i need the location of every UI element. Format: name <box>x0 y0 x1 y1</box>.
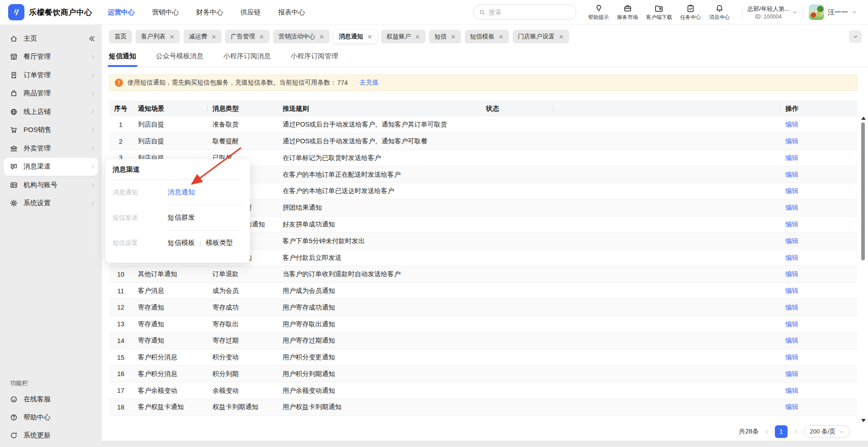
scroll-up-arrow-icon[interactable] <box>861 117 866 120</box>
edit-link[interactable]: 编辑 <box>785 353 798 361</box>
page-number[interactable]: 1 <box>775 425 788 438</box>
table-row: 2到店自提取餐提醒通过POS或后台手动发送给客户。通知客户可取餐编辑 <box>109 133 857 150</box>
edit-link[interactable]: 编辑 <box>785 137 798 145</box>
close-icon[interactable]: ✕ <box>559 34 564 40</box>
edit-link[interactable]: 编辑 <box>785 237 798 245</box>
scroll-down-arrow-icon[interactable] <box>861 419 866 422</box>
global-search[interactable] <box>473 5 576 20</box>
nav-item[interactable]: 运营中心 <box>108 8 135 17</box>
close-icon[interactable]: ✕ <box>451 34 456 40</box>
nav-item[interactable]: 供应链 <box>241 8 261 17</box>
edit-link[interactable]: 编辑 <box>785 121 798 128</box>
help-icon <box>10 414 18 421</box>
close-icon[interactable]: ✕ <box>319 34 324 40</box>
org-switcher[interactable]: 总部/年轻人第... ID: 100004 <box>748 5 797 20</box>
sidebar-item[interactable]: 订单管理 <box>0 66 102 85</box>
edit-link[interactable]: 编辑 <box>785 403 798 410</box>
edit-link[interactable]: 编辑 <box>785 254 798 261</box>
subtab[interactable]: 短信通知 <box>109 46 136 67</box>
open-tab-chip[interactable]: 消息通知✕ <box>333 30 377 43</box>
scrollbar-thumb[interactable] <box>861 122 865 260</box>
quick-action-bulb[interactable]: 帮助提示 <box>588 4 609 21</box>
sidebar-item[interactable]: 系统设置 <box>0 194 102 213</box>
quick-action-bell[interactable]: 消息中心 <box>709 4 730 21</box>
next-page-button[interactable] <box>793 429 798 434</box>
sidebar-item[interactable]: 线上店铺 <box>0 103 102 121</box>
open-tab-chip[interactable]: 营销活动中心✕ <box>273 30 330 43</box>
popup-links: 短信群发 <box>168 213 195 222</box>
type-cell: 订单退款 <box>207 270 277 278</box>
popup-menu-link[interactable]: 模板类型 <box>206 239 233 247</box>
nav-item[interactable]: 财务中心 <box>196 8 223 17</box>
edit-link[interactable]: 编辑 <box>785 287 798 294</box>
nav-item[interactable]: 报表中心 <box>278 8 305 17</box>
subtab[interactable]: 小程序订阅管理 <box>291 46 338 67</box>
edit-link[interactable]: 编辑 <box>785 204 798 211</box>
action-cell: 编辑 <box>780 154 857 162</box>
open-tab-chip[interactable]: 门店账户设置✕ <box>513 30 569 43</box>
sidebar-footer-item[interactable]: 在线客服 <box>0 390 102 408</box>
edit-link[interactable]: 编辑 <box>785 187 798 194</box>
close-icon[interactable]: ✕ <box>211 34 216 40</box>
sidebar-item[interactable]: 餐厅管理 <box>0 48 102 66</box>
row-number: 10 <box>109 271 132 278</box>
rule-cell: 用户权益卡到期通知 <box>277 403 481 411</box>
edit-link[interactable]: 编辑 <box>785 320 798 328</box>
open-tab-chip[interactable]: 广告管理✕ <box>225 30 269 43</box>
edit-link[interactable]: 编辑 <box>785 221 798 228</box>
nav-item[interactable]: 营销中心 <box>152 8 179 17</box>
open-tab-chip[interactable]: 短信✕ <box>429 30 461 43</box>
sidebar-item[interactable]: 主页 <box>0 29 102 48</box>
sidebar-item[interactable]: 机构与账号 <box>0 176 102 194</box>
edit-link[interactable]: 编辑 <box>785 171 798 178</box>
sidebar-item[interactable]: POS销售 <box>0 121 102 140</box>
close-icon[interactable]: ✕ <box>499 34 504 40</box>
sidebar-item[interactable]: 商品管理 <box>0 85 102 103</box>
close-icon[interactable]: ✕ <box>259 34 264 40</box>
popup-links: 短信模板|模板类型 <box>168 239 233 247</box>
open-tab-chip[interactable]: 客户列表✕ <box>136 30 180 43</box>
open-tab-chip[interactable]: 权益账户✕ <box>381 30 425 43</box>
type-cell: 取餐提醒 <box>207 137 277 146</box>
quick-action-client-download[interactable]: 客户端下载 <box>646 4 672 21</box>
row-number: 17 <box>109 387 132 394</box>
edit-link[interactable]: 编辑 <box>785 387 798 394</box>
search-input[interactable] <box>489 9 571 16</box>
quick-action-task-center[interactable]: 任务中心 <box>680 4 701 21</box>
subtab[interactable]: 小程序订阅消息 <box>223 46 271 67</box>
sidebar-item[interactable]: 消息渠道 <box>4 158 98 176</box>
edit-link[interactable]: 编辑 <box>785 270 798 278</box>
type-cell: 准备取货 <box>207 120 277 129</box>
edit-link[interactable]: 编辑 <box>785 304 798 311</box>
sidebar-item[interactable]: 外卖管理 <box>0 139 102 158</box>
edit-link[interactable]: 编辑 <box>785 337 798 344</box>
quick-action-market[interactable]: 服务市场 <box>617 4 638 21</box>
close-icon[interactable]: ✕ <box>170 34 175 40</box>
popup-menu-link[interactable]: 短信模板 <box>168 239 195 247</box>
popup-menu-link[interactable]: 短信群发 <box>168 213 195 222</box>
close-icon[interactable]: ✕ <box>415 34 420 40</box>
row-number: 11 <box>109 287 132 295</box>
type-cell: 成为会员 <box>207 287 277 295</box>
prev-page-button[interactable] <box>764 429 769 434</box>
sidebar-footer-item[interactable]: 帮助中心 <box>0 408 102 426</box>
vertical-scrollbar[interactable] <box>860 117 866 422</box>
page-size-select[interactable]: 200 条/页 <box>804 425 850 438</box>
tabs-overflow-button[interactable] <box>849 30 862 43</box>
edit-link[interactable]: 编辑 <box>785 370 798 377</box>
edit-link[interactable]: 编辑 <box>785 154 798 161</box>
sidebar-footer-item[interactable]: 系统更新 <box>0 426 102 444</box>
scene-cell: 寄存通知 <box>132 320 207 329</box>
popup-menu-link[interactable]: 消息通知 <box>168 188 195 197</box>
close-icon[interactable]: ✕ <box>367 34 372 40</box>
action-cell: 编辑 <box>780 386 857 395</box>
open-tab-chip[interactable]: 减运费✕ <box>184 30 222 43</box>
open-tab-chip[interactable]: 短信模板✕ <box>465 30 509 43</box>
action-cell: 编辑 <box>780 170 857 179</box>
open-tab-chip[interactable]: 首页 <box>109 30 132 43</box>
user-menu[interactable]: 汪一一 <box>809 5 857 20</box>
recharge-link[interactable]: 去充值 <box>359 79 378 87</box>
org-account-icon <box>10 181 18 189</box>
subtab[interactable]: 公众号模板消息 <box>156 46 203 67</box>
sidebar-item-label: POS销售 <box>24 126 85 134</box>
